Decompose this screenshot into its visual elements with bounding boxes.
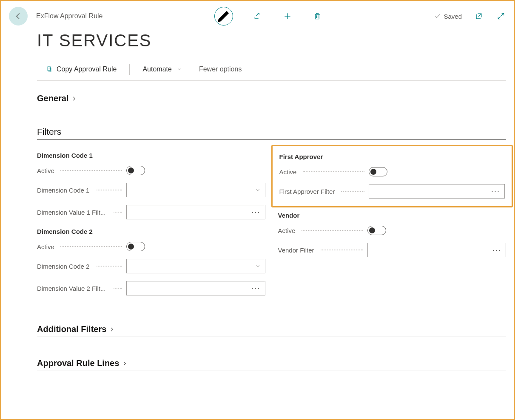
first-approver-active-label: Active <box>279 168 364 176</box>
check-icon <box>434 13 441 20</box>
saved-status: Saved <box>434 13 462 20</box>
copy-approval-rule-button[interactable]: Copy Approval Rule <box>37 62 125 77</box>
chevron-right-icon <box>71 96 77 102</box>
section-additional-filters[interactable]: Additional Filters <box>37 303 506 337</box>
vendor-active-toggle[interactable] <box>367 226 386 235</box>
dim2-code-label: Dimension Code 2 <box>37 263 122 270</box>
back-button[interactable] <box>9 7 28 26</box>
share-icon[interactable] <box>253 11 263 21</box>
vendor-filter-label: Vendor Filter <box>278 247 363 254</box>
popout-icon[interactable] <box>474 11 484 21</box>
dim1-value-input[interactable]: ··· <box>126 205 265 219</box>
dim2-active-label: Active <box>37 243 122 250</box>
page-title: IT SERVICES <box>9 31 506 58</box>
separator <box>129 64 130 75</box>
dim2-value-input[interactable]: ··· <box>126 281 265 295</box>
vendor-active-label: Active <box>278 227 363 234</box>
section-approval-rule-lines[interactable]: Approval Rule Lines <box>37 337 506 371</box>
dim1-value-label: Dimension Value 1 Filt... <box>37 209 122 216</box>
first-approver-highlight: First Approver Active First Approver Fil… <box>271 145 513 207</box>
vendor-filter-input[interactable]: ··· <box>367 243 506 257</box>
group-dim2-title: Dimension Code 2 <box>37 228 265 235</box>
section-filters[interactable]: Filters <box>37 106 506 140</box>
ellipsis-icon[interactable]: ··· <box>492 246 501 254</box>
dim2-value-label: Dimension Value 2 Filt... <box>37 285 122 292</box>
expand-icon[interactable] <box>496 11 506 21</box>
dim1-active-label: Active <box>37 167 122 174</box>
group-dim1-title: Dimension Code 1 <box>37 152 265 159</box>
chevron-down-icon <box>177 67 182 72</box>
first-approver-active-toggle[interactable] <box>369 167 387 176</box>
dim2-active-toggle[interactable] <box>126 242 145 251</box>
section-general[interactable]: General <box>37 81 506 106</box>
chevron-down-icon <box>255 187 261 193</box>
first-approver-filter-input[interactable]: ··· <box>369 184 505 199</box>
dim1-code-select[interactable] <box>126 183 265 197</box>
chevron-down-icon <box>255 263 261 269</box>
copy-icon <box>46 65 53 73</box>
ellipsis-icon[interactable]: ··· <box>251 208 260 216</box>
ellipsis-icon[interactable]: ··· <box>251 284 260 292</box>
first-approver-filter-label: First Approver Filter <box>279 188 364 195</box>
group-first-approver-title: First Approver <box>279 153 505 160</box>
edit-button[interactable] <box>214 7 233 26</box>
dim2-code-select[interactable] <box>126 259 265 273</box>
dim1-active-toggle[interactable] <box>126 166 145 175</box>
delete-icon[interactable] <box>312 11 322 21</box>
breadcrumb: ExFlow Approval Rule <box>36 12 103 20</box>
ellipsis-icon[interactable]: ··· <box>491 187 500 195</box>
automate-menu[interactable]: Automate <box>134 62 190 77</box>
add-icon[interactable] <box>282 11 293 21</box>
chevron-right-icon <box>109 326 115 332</box>
dim1-code-label: Dimension Code 1 <box>37 187 122 194</box>
chevron-right-icon <box>122 360 128 366</box>
fewer-options-button[interactable]: Fewer options <box>191 62 250 77</box>
group-vendor-title: Vendor <box>278 212 506 219</box>
